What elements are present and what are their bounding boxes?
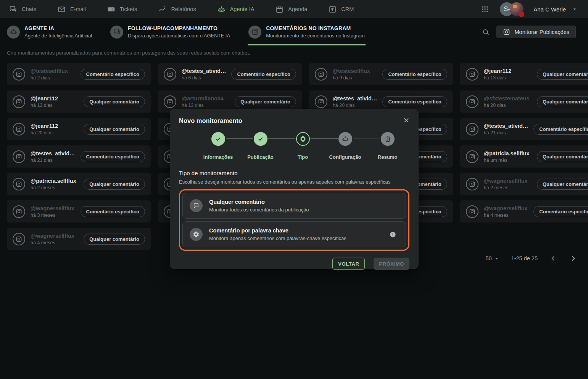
option-title: Qualquer comentário [209,199,399,205]
email-icon [58,5,66,13]
instagram-handle: @jeanr112 [31,123,78,129]
monitor-card[interactable]: @patricia.sellfluxhá um mês Qualquer com… [460,145,588,168]
instagram-icon [164,95,176,108]
instagram-icon [466,178,478,190]
monitor-card[interactable]: @wagnersellfluxhá 2 meses Qualquer comen… [460,173,588,195]
monitor-card[interactable]: @patricia.sellfluxhá 2 meses Qualquer co… [7,173,151,195]
user-name: Ana C Werle [533,6,566,13]
ticket-icon [107,5,115,13]
monitor-age: há 4 meses [484,213,528,218]
monitor-type-badge: Comentário específico [533,124,588,135]
calendar-icon [275,5,284,13]
tab-comentarios-instagram[interactable]: COMENTÁRIOS NO INSTAGRAM Monitoramento d… [248,18,366,45]
nav-label: CRM [341,6,354,12]
step-publicacao[interactable]: Publicação [239,132,282,160]
apps-grid-icon[interactable] [481,5,489,13]
monitor-card[interactable]: @testesellfluxhá 9 dias Comentário espec… [309,63,453,85]
step-label: Configuração [329,154,361,160]
tab-agente-ia[interactable]: AGENTE IA Agente de Inteligência Artific… [6,18,93,45]
robot-icon [338,132,352,146]
monitor-card[interactable]: @jeanr112há 13 dias Qualquer comentário [460,63,588,85]
monitor-type-badge: Comentário específico [533,206,588,217]
instagram-handle: @patricia.sellflux [484,150,532,156]
monitor-type-options: Qualquer comentário Monitora todos os co… [179,189,409,251]
nav-item-tickets[interactable]: Tickets [107,5,137,13]
monitor-age: há 13 dias [484,75,532,81]
option-comentario-palavra-chave[interactable]: Comentário por palavra chave Monitora ap… [182,221,406,247]
instagram-handle: @testes_ativid… [31,150,75,156]
nav-item-crm[interactable]: CRM [329,5,354,13]
instagram-icon [13,68,25,81]
monitor-age: há 21 dias [484,130,528,135]
monitor-card[interactable]: @wagnersellfluxhá 4 meses Comentário esp… [460,200,588,223]
chat-bubble-icon [190,199,203,212]
step-resumo[interactable]: Resumo [366,132,409,160]
reports-chart-icon [158,5,166,13]
novo-monitoramento-dialog: Novo monitoramento Informações Publicaçã… [170,109,419,269]
close-icon[interactable] [403,116,410,124]
instagram-icon [13,178,25,190]
chat-icon [110,26,123,39]
monitor-card[interactable]: @testes_ativid…há 6 dias Comentário espe… [158,63,302,85]
tab-subtitle: Monitoramento de comentários no Instagra… [266,33,365,39]
instagram-icon [466,68,478,81]
page-size-value: 50 [486,255,492,261]
monitor-type-badge: Qualquer comentário [84,234,145,245]
voltar-button[interactable]: VOLTAR [332,258,365,270]
main-nav: Chats E-mail Tickets Relatórios Agente I… [9,5,354,13]
instagram-icon [315,95,327,108]
info-icon[interactable] [389,231,396,238]
monitor-card[interactable]: @jeanr112há 13 dias Qualquer comentário [7,90,151,113]
page-description: Crie monitoramentos personalizados para … [7,50,250,56]
instagram-handle: @wagnersellflux [484,178,532,184]
monitor-type-badge: Qualquer comentário [84,179,145,190]
step-tipo[interactable]: Tipo [282,132,324,160]
account-avatars[interactable]: S- [500,2,524,16]
monitor-type-badge: Comentário específico [382,69,447,80]
monitor-age: há 3 meses [31,213,75,218]
instagram-icon [13,233,25,245]
nav-item-email[interactable]: E-mail [58,5,86,13]
nav-label: Agenda [288,6,307,12]
robot-icon [217,5,226,13]
previous-page-icon[interactable] [549,254,557,263]
tab-subtitle: Agente de Inteligência Artificial [24,33,92,39]
next-page-icon[interactable] [569,254,577,263]
nav-item-chats[interactable]: Chats [9,5,36,13]
monitorar-publicacoes-button[interactable]: Monitorar Publicações [496,26,576,38]
monitor-age: há 21 dias [31,158,75,163]
tab-title: FOLLOW-UP/ACOMPANHAMENTO [128,25,230,31]
monitor-card[interactable]: @sfxtestemateushá 20 dias Qualquer comen… [460,90,588,113]
step-label: Tipo [298,154,308,160]
step-configuracao[interactable]: Configuração [324,132,366,160]
monitor-card[interactable]: @wagnersellfluxhá 4 meses Qualquer comen… [7,228,151,250]
monitor-card[interactable]: @testesellfluxhá 2 dias Comentário espec… [7,63,151,85]
step-label: Informações [203,154,233,160]
instagram-handle: @sfxtestemateus [484,95,532,102]
search-icon[interactable] [482,28,490,36]
section-subheading: Escolha se deseja monitorar todos os com… [179,179,409,185]
monitor-card[interactable]: @testes_ativid…há 21 dias Comentário esp… [460,118,588,140]
monitor-card[interactable]: @jeanr112há 20 dias Qualquer comentário [7,118,151,140]
monitor-card[interactable]: @testes_ativid…há 21 dias Comentário esp… [7,145,151,168]
gear-icon [296,132,310,146]
monitor-age: há 6 dias [182,75,226,81]
tab-follow-up[interactable]: FOLLOW-UP/ACOMPANHAMENTO Dispara ações a… [110,18,231,45]
step-informacoes[interactable]: Informações [197,132,239,160]
instagram-icon [466,205,478,218]
nav-item-agenda[interactable]: Agenda [275,5,307,13]
page-size-select[interactable]: 50 [486,255,500,262]
option-qualquer-comentario[interactable]: Qualquer comentário Monitora todos os co… [182,193,406,219]
instagram-handle: @wagnersellflux [31,233,78,239]
proximo-button[interactable]: PRÓXIMO [374,258,409,270]
chevron-down-icon[interactable] [571,6,578,13]
status-dot [519,11,524,17]
nav-label: Agente IA [230,6,255,12]
avatar [510,2,524,16]
monitor-card[interactable]: @wagnersellfluxhá 3 meses Comentário esp… [7,200,151,223]
nav-item-agente-ia[interactable]: Agente IA [217,5,255,13]
nav-label: Relatórios [171,6,196,12]
nav-item-relatorios[interactable]: Relatórios [158,5,196,13]
option-description: Monitora apenas comentários com palavras… [209,235,383,241]
monitor-age: há 20 dias [484,103,532,108]
